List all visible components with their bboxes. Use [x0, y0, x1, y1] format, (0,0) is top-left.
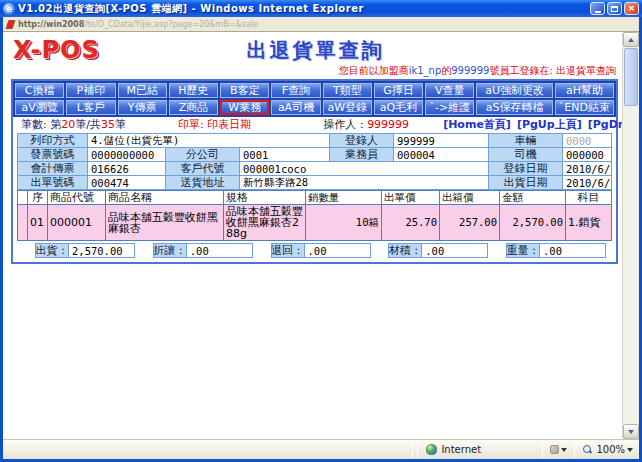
- weight-label: 重量：: [506, 243, 540, 258]
- return-label: 退回：: [271, 243, 305, 258]
- toolbar-button-quantity[interactable]: V查量: [425, 83, 474, 98]
- ship-total-field: 2,570.00: [69, 243, 135, 258]
- maximize-icon: [611, 6, 618, 12]
- statusbar-message-area: [3, 440, 410, 459]
- nav-home-link[interactable]: [Home首頁]: [443, 118, 511, 131]
- toolbar-button-end[interactable]: `END結束: [555, 100, 614, 115]
- current-page-name: 出退貨單查詢: [556, 65, 616, 76]
- nav-pgup-link[interactable]: [PgUp上頁]: [517, 118, 582, 131]
- items-table-header: 序 商品代號 商品名稱 規格 銷數量 出單價 出箱價 金額 科目: [18, 191, 612, 205]
- vehicle-field: 0000: [563, 134, 612, 148]
- row-selector-cell: [18, 205, 28, 241]
- toolbar-button-closed[interactable]: M已結: [118, 83, 167, 98]
- salesman-field: 000004: [394, 148, 489, 162]
- customer-code-field: 000001coco: [240, 162, 489, 176]
- scroll-down-button[interactable]: [623, 424, 639, 439]
- zoom-control[interactable]: 100%: [577, 444, 639, 455]
- page-nav-links: [Home首頁][PgUp上頁][PgDn下頁][End尾頁]: [443, 117, 622, 132]
- zoom-level: 100%: [596, 444, 625, 455]
- toolbar-button-save-export[interactable]: aS保存轉檔: [476, 100, 552, 115]
- minimize-button[interactable]: [590, 2, 605, 15]
- security-zone: Internet: [420, 444, 540, 455]
- register-date-field: 2010/6/22: [563, 162, 612, 176]
- row-seq-cell: 01: [28, 205, 48, 241]
- toolbar-button-history[interactable]: H歷史: [169, 83, 218, 98]
- browser-window: e V1.02出退貨查詢[X-POS 雲端網] - Windows Intern…: [0, 0, 642, 462]
- toolbar-button-type[interactable]: T類型: [323, 83, 372, 98]
- merchant-id: ik1_np: [409, 65, 442, 76]
- row-product-code-cell: 000001: [48, 205, 106, 241]
- login-user-field: 999999: [394, 134, 489, 148]
- toolbar-button-product[interactable]: Z商品: [169, 100, 218, 115]
- page-icon: [6, 20, 16, 29]
- toolbar-button-driver[interactable]: aA司機: [271, 100, 320, 115]
- toolbar-button-force-modify[interactable]: aU強制更改: [476, 83, 552, 98]
- toolbar-button-register[interactable]: aW登錄: [323, 100, 372, 115]
- toolbar-button-sales[interactable]: W業務: [220, 100, 269, 115]
- scroll-track[interactable]: [623, 47, 639, 424]
- toolbar-button-customer-order[interactable]: B客定: [220, 83, 269, 98]
- internet-zone-icon: [426, 444, 437, 455]
- login-status: 您目前以加盟商ik1_np的999999號員工登錄在: 出退貨單查詢: [11, 64, 620, 78]
- close-button[interactable]: ×: [624, 2, 639, 15]
- table-row[interactable]: 01 000001 品味本舖五穀豐收餅黑麻銀杏 品味本舖五穀豐收餅黑麻銀杏288…: [18, 205, 612, 241]
- up-arrow-icon: [628, 38, 634, 42]
- print-mode-label: 列印方式: [18, 134, 88, 148]
- record-status-line: 筆數: 第20筆/共35筆 印單: 印表日期 操作人：999999 [Home首…: [13, 117, 616, 132]
- vertical-scrollbar[interactable]: [622, 32, 639, 439]
- total-record-count: 35: [101, 118, 115, 131]
- ship-date-field: 2010/6/18: [563, 176, 612, 190]
- vehicle-label: 車輛: [489, 134, 563, 148]
- return-field: .00: [305, 243, 371, 258]
- invoice-field: 0000000000: [88, 148, 166, 162]
- toolbar-button-voucher[interactable]: Y傳票: [118, 100, 167, 115]
- scroll-up-button[interactable]: [623, 32, 639, 47]
- url-path: /te/O_CData/Yijie.asp?page=20&mB=&sale: [84, 20, 258, 29]
- branch-field: 0001: [240, 148, 330, 162]
- toolbar-button-pick-date[interactable]: G擇日: [374, 83, 423, 98]
- title-bar[interactable]: e V1.02出退貨查詢[X-POS 雲端網] - Windows Intern…: [0, 0, 642, 17]
- items-table: 序 商品代號 商品名稱 規格 銷數量 出單價 出箱價 金額 科目: [17, 190, 612, 241]
- empty-area: [11, 264, 620, 439]
- toolbar-button-reprint[interactable]: P補印: [66, 83, 115, 98]
- toolbar-button-maintain[interactable]: `->維護: [425, 100, 474, 115]
- discount-field: .00: [187, 243, 253, 258]
- employee-id: 999999: [451, 65, 489, 76]
- toolbar-button-query[interactable]: F查詢: [271, 83, 320, 98]
- toolbar-button-file-switch[interactable]: C換檔: [15, 83, 64, 98]
- page-title: 出退貨單查詢: [11, 37, 620, 64]
- zoom-chevron-icon: [627, 448, 633, 452]
- nav-pgdn-link[interactable]: [PgDn下頁]: [588, 118, 622, 131]
- window-body: http://win2008 /te/O_CData/Yijie.asp?pag…: [3, 17, 639, 459]
- protected-mode-menu[interactable]: [545, 445, 572, 454]
- toolbar: C換檔 P補印 M已結 H歷史 B客定 F查詢 T類型 G擇日 V查量 aU強制…: [13, 81, 616, 117]
- operator-id: 999999: [367, 118, 409, 131]
- maximize-button[interactable]: [607, 2, 622, 15]
- totals-row: 出貨： 2,570.00 折讓： .00 退回： .00 材積：: [35, 243, 606, 258]
- customer-code-label: 客戶代號: [166, 162, 240, 176]
- row-amount-cell: 2,570.00: [500, 205, 566, 241]
- invoice-label: 發票號碼: [18, 148, 88, 162]
- protected-mode-icon: [550, 445, 559, 454]
- zone-label: Internet: [441, 444, 481, 455]
- url-host: http://win2008: [18, 20, 84, 29]
- chevron-down-icon: [561, 448, 567, 452]
- voucher-field: 016626: [88, 162, 166, 176]
- branch-label: 分公司: [166, 148, 240, 162]
- toolbar-button-help[interactable]: aH幫助: [555, 83, 614, 98]
- volume-label: 材積：: [388, 243, 422, 258]
- row-product-name-cell: 品味本舖五穀豐收餅黑麻銀杏: [106, 205, 224, 241]
- weight-field: .00: [540, 243, 606, 258]
- delivery-address-field: 新竹縣李路28: [240, 176, 489, 190]
- salesman-label: 業務員: [330, 148, 394, 162]
- page-content: X-POS 出退貨單查詢 您目前以加盟商ik1_np的999999號員工登錄在:…: [3, 32, 639, 439]
- operator-label: 操作人：: [323, 117, 367, 132]
- row-box-price-cell: 257.00: [440, 205, 500, 241]
- address-bar[interactable]: http://win2008 /te/O_CData/Yijie.asp?pag…: [3, 17, 639, 32]
- toolbar-button-profit[interactable]: aQ毛利: [374, 100, 423, 115]
- order-number-field: 000474: [88, 176, 166, 190]
- toolbar-button-customer[interactable]: L客戶: [66, 100, 115, 115]
- toolbar-button-browse[interactable]: aV瀏覽: [15, 100, 64, 115]
- order-number-label: 出單號碼: [18, 176, 88, 190]
- scroll-thumb[interactable]: [624, 48, 638, 106]
